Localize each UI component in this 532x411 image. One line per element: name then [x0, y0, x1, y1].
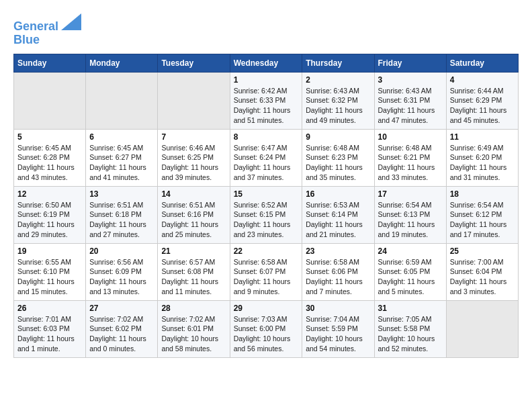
day-cell [14, 72, 86, 129]
day-info: Sunrise: 6:59 AMSunset: 6:05 PMDaylight:… [378, 257, 443, 297]
day-info: Sunrise: 6:52 AMSunset: 6:15 PMDaylight:… [234, 200, 299, 240]
day-cell: 17Sunrise: 6:54 AMSunset: 6:13 PMDayligh… [374, 186, 446, 243]
day-cell: 7Sunrise: 6:46 AMSunset: 6:25 PMDaylight… [158, 129, 230, 186]
week-row-2: 5Sunrise: 6:45 AMSunset: 6:28 PMDaylight… [14, 129, 519, 186]
day-number: 1 [234, 75, 299, 85]
day-info: Sunrise: 6:54 AMSunset: 6:13 PMDaylight:… [378, 200, 443, 240]
day-number: 25 [450, 246, 515, 256]
day-number: 15 [234, 189, 299, 199]
logo-text: General Blue [13, 13, 81, 47]
day-number: 21 [161, 246, 226, 256]
header-saturday: Saturday [446, 54, 518, 72]
day-info: Sunrise: 6:48 AMSunset: 6:21 PMDaylight:… [378, 143, 443, 183]
day-number: 2 [306, 75, 370, 85]
day-cell: 19Sunrise: 6:55 AMSunset: 6:10 PMDayligh… [14, 243, 86, 300]
day-info: Sunrise: 7:01 AMSunset: 6:03 PMDaylight:… [17, 314, 82, 354]
day-number: 11 [450, 132, 515, 142]
day-cell: 16Sunrise: 6:53 AMSunset: 6:14 PMDayligh… [302, 186, 374, 243]
day-cell: 3Sunrise: 6:43 AMSunset: 6:31 PMDaylight… [374, 72, 446, 129]
day-number: 4 [450, 75, 515, 85]
day-cell: 31Sunrise: 7:05 AMSunset: 5:58 PMDayligh… [374, 300, 446, 357]
day-cell: 5Sunrise: 6:45 AMSunset: 6:28 PMDaylight… [14, 129, 86, 186]
day-number: 22 [234, 246, 299, 256]
day-cell: 11Sunrise: 6:49 AMSunset: 6:20 PMDayligh… [446, 129, 518, 186]
day-cell: 14Sunrise: 6:51 AMSunset: 6:16 PMDayligh… [158, 186, 230, 243]
day-info: Sunrise: 6:45 AMSunset: 6:28 PMDaylight:… [17, 143, 82, 183]
day-number: 14 [161, 189, 226, 199]
day-cell: 26Sunrise: 7:01 AMSunset: 6:03 PMDayligh… [14, 300, 86, 357]
day-cell: 13Sunrise: 6:51 AMSunset: 6:18 PMDayligh… [86, 186, 158, 243]
day-cell: 12Sunrise: 6:50 AMSunset: 6:19 PMDayligh… [14, 186, 86, 243]
calendar-header-row: SundayMondayTuesdayWednesdayThursdayFrid… [14, 54, 519, 72]
week-row-4: 19Sunrise: 6:55 AMSunset: 6:10 PMDayligh… [14, 243, 519, 300]
day-info: Sunrise: 6:58 AMSunset: 6:07 PMDaylight:… [234, 257, 299, 297]
day-number: 12 [17, 189, 82, 199]
day-number: 13 [89, 189, 154, 199]
day-cell: 25Sunrise: 7:00 AMSunset: 6:04 PMDayligh… [446, 243, 518, 300]
week-row-3: 12Sunrise: 6:50 AMSunset: 6:19 PMDayligh… [14, 186, 519, 243]
day-number: 31 [378, 304, 443, 313]
logo-icon [61, 13, 81, 30]
page-header: General Blue [13, 13, 519, 47]
day-cell: 8Sunrise: 6:47 AMSunset: 6:24 PMDaylight… [230, 129, 302, 186]
day-cell: 10Sunrise: 6:48 AMSunset: 6:21 PMDayligh… [374, 129, 446, 186]
header-wednesday: Wednesday [230, 54, 302, 72]
day-info: Sunrise: 6:51 AMSunset: 6:16 PMDaylight:… [161, 200, 226, 240]
day-info: Sunrise: 6:53 AMSunset: 6:14 PMDaylight:… [306, 200, 370, 240]
day-cell: 28Sunrise: 7:02 AMSunset: 6:01 PMDayligh… [158, 300, 230, 357]
day-number: 27 [89, 304, 154, 313]
day-info: Sunrise: 6:46 AMSunset: 6:25 PMDaylight:… [161, 143, 226, 183]
day-number: 20 [89, 246, 154, 256]
svg-marker-0 [61, 13, 81, 30]
day-cell: 2Sunrise: 6:43 AMSunset: 6:32 PMDaylight… [302, 72, 374, 129]
day-number: 18 [450, 189, 515, 199]
day-number: 28 [161, 304, 226, 313]
day-cell: 4Sunrise: 6:44 AMSunset: 6:29 PMDaylight… [446, 72, 518, 129]
day-number: 6 [89, 132, 154, 142]
day-number: 3 [378, 75, 443, 85]
day-info: Sunrise: 7:04 AMSunset: 5:59 PMDaylight:… [306, 314, 370, 354]
day-number: 24 [378, 246, 443, 256]
day-number: 29 [234, 304, 299, 313]
day-info: Sunrise: 6:44 AMSunset: 6:29 PMDaylight:… [450, 86, 515, 126]
day-cell [446, 300, 518, 357]
day-cell: 27Sunrise: 7:02 AMSunset: 6:02 PMDayligh… [86, 300, 158, 357]
day-number: 7 [161, 132, 226, 142]
day-info: Sunrise: 6:55 AMSunset: 6:10 PMDaylight:… [17, 257, 82, 297]
day-cell: 22Sunrise: 6:58 AMSunset: 6:07 PMDayligh… [230, 243, 302, 300]
day-cell: 9Sunrise: 6:48 AMSunset: 6:23 PMDaylight… [302, 129, 374, 186]
day-info: Sunrise: 6:47 AMSunset: 6:24 PMDaylight:… [234, 143, 299, 183]
day-cell: 15Sunrise: 6:52 AMSunset: 6:15 PMDayligh… [230, 186, 302, 243]
day-number: 17 [378, 189, 443, 199]
day-info: Sunrise: 6:51 AMSunset: 6:18 PMDaylight:… [89, 200, 154, 240]
day-number: 30 [306, 304, 370, 313]
day-cell [158, 72, 230, 129]
day-info: Sunrise: 7:02 AMSunset: 6:02 PMDaylight:… [89, 314, 154, 354]
day-info: Sunrise: 7:02 AMSunset: 6:01 PMDaylight:… [161, 314, 226, 354]
day-info: Sunrise: 6:42 AMSunset: 6:33 PMDaylight:… [234, 86, 299, 126]
day-cell: 20Sunrise: 6:56 AMSunset: 6:09 PMDayligh… [86, 243, 158, 300]
logo-general: General [13, 19, 58, 33]
day-cell [86, 72, 158, 129]
day-number: 10 [378, 132, 443, 142]
day-number: 19 [17, 246, 82, 256]
day-info: Sunrise: 6:50 AMSunset: 6:19 PMDaylight:… [17, 200, 82, 240]
day-number: 5 [17, 132, 82, 142]
header-thursday: Thursday [302, 54, 374, 72]
day-cell: 29Sunrise: 7:03 AMSunset: 6:00 PMDayligh… [230, 300, 302, 357]
header-monday: Monday [86, 54, 158, 72]
day-cell: 23Sunrise: 6:58 AMSunset: 6:06 PMDayligh… [302, 243, 374, 300]
day-number: 9 [306, 132, 370, 142]
day-number: 8 [234, 132, 299, 142]
day-info: Sunrise: 6:45 AMSunset: 6:27 PMDaylight:… [89, 143, 154, 183]
day-cell: 6Sunrise: 6:45 AMSunset: 6:27 PMDaylight… [86, 129, 158, 186]
logo: General Blue [13, 13, 81, 47]
day-cell: 1Sunrise: 6:42 AMSunset: 6:33 PMDaylight… [230, 72, 302, 129]
calendar-table: SundayMondayTuesdayWednesdayThursdayFrid… [13, 54, 519, 358]
header-tuesday: Tuesday [158, 54, 230, 72]
day-info: Sunrise: 7:05 AMSunset: 5:58 PMDaylight:… [378, 314, 443, 354]
day-info: Sunrise: 6:43 AMSunset: 6:31 PMDaylight:… [378, 86, 443, 126]
day-number: 23 [306, 246, 370, 256]
day-number: 26 [17, 304, 82, 313]
header-friday: Friday [374, 54, 446, 72]
